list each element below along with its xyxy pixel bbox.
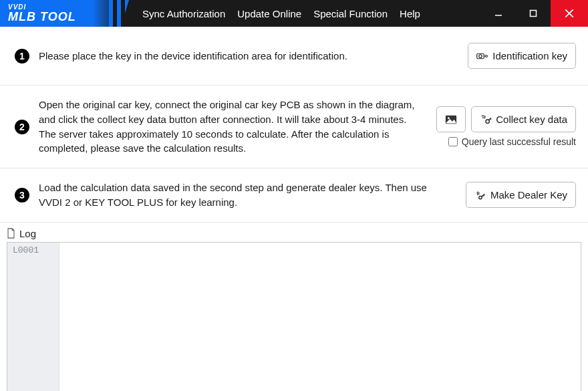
menu-help[interactable]: Help xyxy=(400,8,420,19)
step-1-text: Please place the key in the device ident… xyxy=(39,49,458,63)
svg-line-12 xyxy=(490,118,491,119)
log-textarea[interactable] xyxy=(59,243,581,392)
svg-point-13 xyxy=(479,196,482,199)
signal-key-icon xyxy=(480,114,492,125)
svg-line-15 xyxy=(484,194,484,195)
step-2-text: Open the original car key, connect the o… xyxy=(39,98,427,156)
step-number-3: 3 xyxy=(15,188,29,203)
key-camera-icon xyxy=(476,51,488,61)
log-body: L0001 xyxy=(7,242,581,392)
minimize-button[interactable] xyxy=(481,0,516,27)
window-controls xyxy=(481,0,588,27)
menu-update-online[interactable]: Update Online xyxy=(237,8,301,19)
close-button[interactable] xyxy=(551,0,588,27)
identification-key-button[interactable]: Identification key xyxy=(468,43,576,69)
titlebar: VVDI MLB TOOL Sync Authorization Update … xyxy=(0,0,588,27)
collect-key-data-button[interactable]: Collect key data xyxy=(471,106,576,132)
make-dealer-key-label: Make Dealer Key xyxy=(490,189,567,201)
image-icon xyxy=(445,114,457,125)
menu-special-function[interactable]: Special Function xyxy=(313,8,388,19)
file-icon xyxy=(7,228,15,239)
log-section: Log L0001 xyxy=(0,223,588,392)
svg-point-6 xyxy=(486,55,488,57)
query-last-result-checkbox[interactable] xyxy=(448,137,458,146)
app-logo: VVDI MLB TOOL xyxy=(0,0,124,27)
logo-line2: MLB TOOL xyxy=(8,11,110,23)
query-last-result-row[interactable]: Query last successful result xyxy=(448,136,576,147)
svg-rect-1 xyxy=(531,11,537,17)
svg-point-5 xyxy=(479,54,482,57)
svg-line-16 xyxy=(482,196,483,197)
svg-point-9 xyxy=(448,117,450,119)
dealer-key-icon xyxy=(474,190,486,201)
menu-sync-authorization[interactable]: Sync Authorization xyxy=(142,8,225,19)
main-menu: Sync Authorization Update Online Special… xyxy=(124,8,420,19)
step-3-text: Load the calculation data saved in the s… xyxy=(39,180,456,210)
step-3: 3 Load the calculation data saved in the… xyxy=(0,168,588,223)
steps-panel: 1 Please place the key in the device ide… xyxy=(0,27,588,223)
collect-key-data-label: Collect key data xyxy=(496,114,567,125)
identification-key-label: Identification key xyxy=(492,50,567,61)
maximize-button[interactable] xyxy=(516,0,551,27)
log-line-number: L0001 xyxy=(7,243,59,392)
query-last-result-label: Query last successful result xyxy=(462,136,576,147)
step-1: 1 Please place the key in the device ide… xyxy=(0,27,588,86)
make-dealer-key-button[interactable]: Make Dealer Key xyxy=(466,182,576,208)
log-title: Log xyxy=(19,228,36,239)
step-2: 2 Open the original car key, connect the… xyxy=(0,86,588,168)
log-header: Log xyxy=(7,228,581,242)
step-number-1: 1 xyxy=(15,49,29,63)
show-diagram-button[interactable] xyxy=(436,106,466,132)
step-number-2: 2 xyxy=(15,120,29,134)
